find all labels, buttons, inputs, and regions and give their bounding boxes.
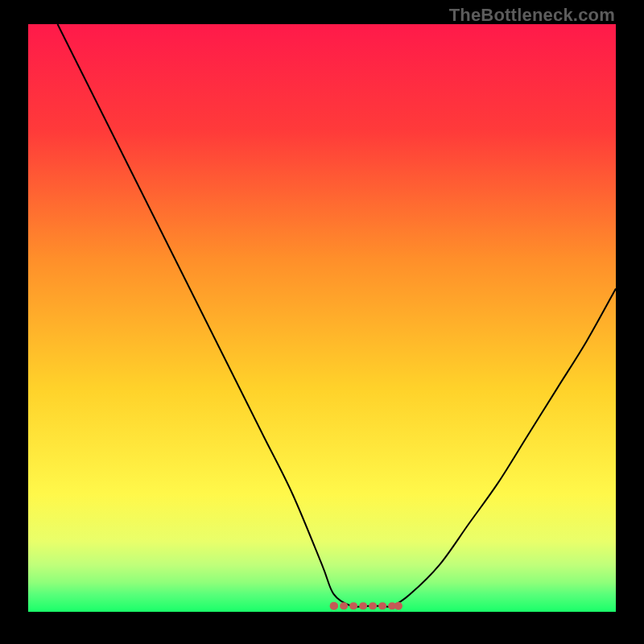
chart-frame: TheBottleneck.com — [0, 0, 644, 644]
optimal-range-start-dot — [330, 602, 338, 610]
watermark-text: TheBottleneck.com — [449, 5, 615, 26]
bottleneck-curve — [58, 24, 617, 607]
curve-svg — [28, 24, 616, 612]
plot-area — [28, 24, 616, 612]
optimal-range-end-dot — [394, 602, 402, 610]
